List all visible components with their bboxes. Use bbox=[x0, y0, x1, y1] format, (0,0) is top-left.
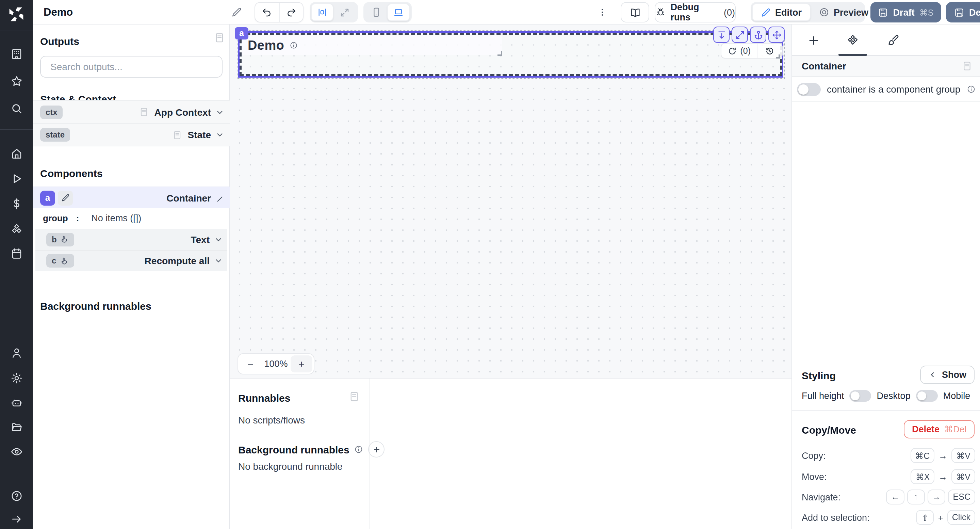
component-group-toggle[interactable] bbox=[797, 83, 821, 96]
chevron-down-icon[interactable] bbox=[215, 130, 224, 140]
docs-book-button[interactable] bbox=[620, 2, 649, 22]
component-row-text[interactable]: b Text bbox=[35, 229, 227, 250]
state-doc-icon[interactable] bbox=[172, 130, 182, 140]
refresh-button[interactable]: (0) bbox=[721, 43, 757, 58]
shortcut-row-navigate: Navigate: ← ↑ → ESC bbox=[792, 489, 980, 505]
ctx-label: App Context bbox=[154, 107, 211, 118]
folders-icon[interactable] bbox=[0, 421, 33, 434]
full-width-layout-button[interactable] bbox=[334, 3, 356, 21]
full-height-mobile-toggle[interactable] bbox=[916, 390, 938, 402]
schedules-calendar-icon[interactable] bbox=[0, 247, 33, 260]
mobile-view-button[interactable] bbox=[365, 3, 387, 21]
runs-play-icon[interactable] bbox=[0, 172, 33, 185]
expand-sidebar-arrow-icon[interactable] bbox=[0, 513, 33, 526]
home-icon[interactable] bbox=[0, 147, 33, 160]
container-doc-icon[interactable] bbox=[962, 61, 972, 72]
settings-gear-icon[interactable] bbox=[0, 372, 33, 385]
zoom-out-button[interactable]: − bbox=[238, 354, 263, 374]
container-resize-corner[interactable] bbox=[776, 54, 780, 59]
desktop-view-button[interactable] bbox=[387, 3, 410, 21]
variables-dollar-icon[interactable] bbox=[0, 198, 33, 210]
help-icon[interactable] bbox=[0, 489, 33, 502]
resize-handle[interactable] bbox=[498, 51, 502, 56]
key-cmd-v: ⌘V bbox=[951, 469, 975, 484]
component-row-recompute[interactable]: c Recompute all bbox=[35, 250, 227, 271]
resources-boxes-icon[interactable] bbox=[0, 223, 33, 236]
tab-editor[interactable]: Editor bbox=[752, 3, 811, 21]
runnables-doc-icon[interactable] bbox=[348, 391, 360, 402]
chevron-up-icon[interactable] bbox=[215, 193, 224, 202]
outputs-title: Outputs bbox=[40, 35, 79, 47]
search-outputs-input[interactable] bbox=[49, 61, 214, 73]
copy-label: Copy: bbox=[802, 450, 826, 460]
add-selection-label: Add to selection: bbox=[802, 512, 870, 523]
workspace-building-icon[interactable] bbox=[0, 48, 33, 61]
key-esc: ESC bbox=[948, 489, 975, 505]
canvas-selection-badge[interactable]: a bbox=[235, 27, 248, 40]
user-icon[interactable] bbox=[0, 347, 33, 360]
copy-move-title: Copy/Move bbox=[802, 424, 856, 436]
more-options-kebab-icon[interactable] bbox=[597, 4, 608, 21]
zoom-in-button[interactable]: + bbox=[291, 355, 312, 373]
show-styling-button[interactable]: Show bbox=[920, 366, 975, 384]
rename-pencil-icon[interactable] bbox=[58, 190, 73, 205]
search-icon[interactable] bbox=[0, 102, 33, 115]
tab-component-settings[interactable] bbox=[833, 24, 872, 56]
deploy-button[interactable]: Deploy bbox=[946, 2, 980, 22]
redo-button[interactable] bbox=[279, 3, 303, 22]
runnables-panel: Runnables No scripts/flows Background ru… bbox=[230, 378, 791, 529]
editor-preview-segmented: Editor Preview bbox=[751, 2, 865, 22]
text-component[interactable]: Demo bbox=[242, 35, 502, 55]
chevron-down-icon[interactable] bbox=[214, 234, 223, 244]
chevron-down-icon[interactable] bbox=[215, 107, 224, 117]
debug-runs-button[interactable]: Debug runs (0) bbox=[655, 2, 736, 22]
delete-button[interactable]: Delete ⌘Del bbox=[904, 420, 975, 438]
undo-button[interactable] bbox=[255, 3, 279, 22]
output-row-state[interactable]: state State bbox=[33, 123, 230, 147]
tab-preview[interactable]: Preview bbox=[811, 3, 877, 21]
key-cmd-v: ⌘V bbox=[951, 448, 975, 463]
expand-down-icon[interactable] bbox=[713, 27, 730, 43]
no-scripts-text: No scripts/flows bbox=[238, 414, 305, 425]
full-height-desktop-toggle[interactable] bbox=[850, 390, 872, 402]
delete-label: Delete bbox=[912, 424, 940, 434]
add-background-runnable-button[interactable] bbox=[369, 441, 385, 457]
deploy-label: Deploy bbox=[969, 7, 980, 18]
edit-title-pencil-icon[interactable] bbox=[231, 7, 242, 18]
audit-eye-icon[interactable] bbox=[0, 445, 33, 458]
tab-styling-brush[interactable] bbox=[873, 24, 913, 56]
app-canvas[interactable]: a Demo bbox=[230, 24, 791, 378]
save-draft-button[interactable]: Draft ⌘S bbox=[870, 2, 941, 22]
debug-runs-label: Debug runs bbox=[670, 2, 719, 22]
favorites-star-icon[interactable] bbox=[0, 75, 33, 88]
canvas-heading: Demo bbox=[248, 38, 284, 53]
settings-panel: Container container is a component group… bbox=[791, 24, 980, 529]
windmill-logo-icon[interactable] bbox=[0, 5, 33, 23]
key-click: Click bbox=[947, 510, 975, 525]
info-icon bbox=[966, 84, 976, 94]
group-key: group bbox=[43, 213, 68, 223]
output-row-ctx[interactable]: ctx App Context bbox=[33, 100, 230, 123]
move-icon[interactable] bbox=[768, 27, 785, 43]
chevron-down-icon[interactable] bbox=[214, 256, 223, 266]
show-label: Show bbox=[942, 370, 966, 380]
background-runnables-title: Background runnables bbox=[40, 300, 151, 312]
rail-divider bbox=[0, 129, 33, 130]
ctx-doc-icon[interactable] bbox=[139, 107, 149, 117]
zoom-level: 100% bbox=[263, 359, 289, 369]
container-group-property: group : No items ([]) bbox=[33, 210, 230, 226]
app-title: Demo bbox=[43, 0, 73, 24]
selected-container[interactable]: Demo bbox=[237, 30, 785, 79]
settings-tabs bbox=[792, 24, 980, 56]
workers-robot-icon[interactable] bbox=[0, 396, 33, 409]
full-height-label: Full height bbox=[802, 391, 844, 401]
fullscreen-expand-icon[interactable] bbox=[732, 27, 748, 43]
tab-insert-component[interactable] bbox=[794, 24, 833, 56]
component-row-container[interactable]: a Container bbox=[33, 186, 230, 208]
outputs-doc-icon[interactable] bbox=[214, 32, 225, 43]
refresh-status-box: (0) bbox=[721, 43, 783, 59]
info-icon bbox=[354, 445, 364, 454]
anchor-icon[interactable] bbox=[750, 27, 766, 43]
centered-layout-button[interactable] bbox=[311, 3, 334, 21]
group-colon: : bbox=[76, 213, 79, 223]
